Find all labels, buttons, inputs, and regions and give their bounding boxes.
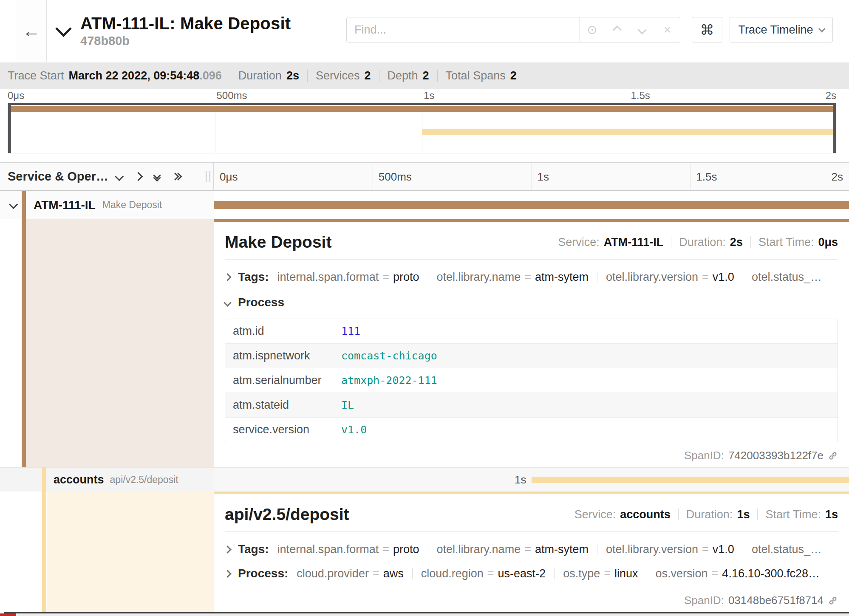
start-time-value: 1s <box>825 508 838 521</box>
divider <box>671 236 671 248</box>
collapse-all-icon[interactable] <box>154 172 160 181</box>
divider <box>750 236 751 248</box>
span-duration-label: 1s <box>515 468 526 492</box>
window-edge-decoration <box>0 613 16 616</box>
process-row: atm.stateidIL <box>225 393 838 417</box>
tick-label: 500ms <box>217 90 247 102</box>
duration-label: Duration: <box>686 508 733 521</box>
minimap-span-bar-accounts <box>422 129 836 135</box>
duration-value: 1s <box>737 508 750 521</box>
span-id-label: SpanID: <box>684 449 724 462</box>
minimap-right-handle[interactable] <box>833 103 836 153</box>
start-time-value: 0μs <box>818 236 838 249</box>
tag-item: internal.span.format=proto <box>277 271 419 284</box>
back-button[interactable]: ← <box>16 0 47 62</box>
tag-item: internal.span.format=proto <box>277 543 419 556</box>
span-detail-meta: Service:ATM-111-IL Duration:2s Start Tim… <box>558 236 838 249</box>
span-row-atm[interactable]: ATM-111-IL Make Deposit <box>0 191 849 219</box>
tags-toggle[interactable]: Tags: internal.span.format=proto otel.li… <box>225 543 838 556</box>
view-selector-button[interactable]: Trace Timeline <box>730 17 833 42</box>
tags-toggle[interactable]: Tags: internal.span.format=proto otel.li… <box>225 270 838 284</box>
divider <box>554 568 555 579</box>
span-bar-accounts[interactable] <box>532 477 849 483</box>
clear-search-button[interactable]: × <box>655 17 680 42</box>
tick-label: 500ms <box>379 170 412 183</box>
tag-item: otel.library.version=v1.0 <box>606 543 734 556</box>
next-match-button[interactable] <box>630 17 655 42</box>
tick-label: 0μs <box>220 170 238 183</box>
sort-chevron-down-icon[interactable] <box>115 172 124 181</box>
collapse-span-icon[interactable] <box>9 200 18 209</box>
service-column-header: Service & Oper… <box>0 163 214 190</box>
span-group-atm: ATM-111-IL Make Deposit Make Deposit Ser… <box>0 191 849 467</box>
divider <box>597 544 597 555</box>
span-name-cell[interactable]: accounts api/v2.5/deposit <box>0 468 214 492</box>
tag-item: otel.status_… <box>752 271 822 284</box>
tags-label: Tags: <box>238 543 269 556</box>
divider <box>379 70 379 82</box>
service-label: Service: <box>574 508 616 521</box>
service-name: accounts <box>54 473 104 486</box>
minimap-left-handle[interactable] <box>8 103 11 153</box>
find-input[interactable] <box>346 17 579 42</box>
span-track <box>214 191 849 219</box>
divider <box>307 70 308 82</box>
service-value: ATM-111-IL <box>604 236 664 249</box>
span-detail-accounts: api/v2.5/deposit Service:accounts Durati… <box>0 492 849 612</box>
collapse-trace-icon[interactable] <box>55 20 71 37</box>
column-resize-handle[interactable] <box>206 171 210 182</box>
chevron-right-icon <box>225 273 232 281</box>
trace-start-fraction: .096 <box>199 69 222 82</box>
match-scope-icon[interactable]: ⊙ <box>580 17 605 42</box>
chevron-down-icon <box>638 25 647 34</box>
timeline-axis: 0μs 500ms 1s 1.5s 2s <box>214 163 849 190</box>
expand-all-icon[interactable] <box>173 174 181 179</box>
timeline-header: Service & Oper… 0μs 500ms 1s 1.5s 2s <box>0 162 849 191</box>
process-label: Process: <box>238 567 288 580</box>
tag-item: otel.library.version=v1.0 <box>606 271 734 284</box>
span-bar-atm[interactable] <box>214 201 849 209</box>
tag-item: otel.library.name=atm-sytem <box>437 271 589 284</box>
span-id-value: 03148be6751f8714 <box>728 594 824 607</box>
view-selector-label: Trace Timeline <box>738 23 813 37</box>
process-table: atm.id111 atm.ispnetworkcomcast-chicago … <box>225 319 838 442</box>
minimap-canvas[interactable] <box>8 103 836 153</box>
chevron-down-icon <box>224 299 231 306</box>
total-spans-label: Total Spans <box>446 69 506 82</box>
find-tools: ⊙ × <box>579 17 680 42</box>
process-toggle[interactable]: Process: cloud.provider=aws cloud.region… <box>225 567 838 580</box>
duration-label: Duration <box>238 69 282 82</box>
span-row-accounts[interactable]: accounts api/v2.5/deposit 1s <box>0 467 849 492</box>
tick-label: 1.5s <box>696 170 717 183</box>
process-row: atm.ispnetworkcomcast-chicago <box>225 343 838 368</box>
span-name-cell[interactable]: ATM-111-IL Make Deposit <box>0 191 214 219</box>
minimap-span-bar-atm <box>8 106 836 112</box>
duration-value: 2s <box>730 236 743 249</box>
span-detail-title: Make Deposit <box>225 233 331 251</box>
service-value: accounts <box>620 508 671 521</box>
process-row: atm.serialnumberatmxph-2022-111 <box>225 368 838 393</box>
tick-label: 0μs <box>8 90 24 102</box>
chevron-right-icon <box>225 570 232 577</box>
span-id-row: SpanID: 03148be6751f8714 <box>684 594 838 607</box>
span-id-row: SpanID: 742003393b122f7e <box>684 449 838 462</box>
link-icon[interactable] <box>828 451 838 461</box>
window-edge-decoration <box>16 613 849 616</box>
divider <box>225 531 838 532</box>
trace-timeline-page: ← ATM-111-IL: Make Deposit 478b80b ⊙ × ⌘… <box>0 0 849 616</box>
collapse-one-icon[interactable] <box>134 172 143 181</box>
total-spans-value: 2 <box>510 69 517 82</box>
prev-match-button[interactable] <box>605 17 630 42</box>
divider <box>647 568 647 579</box>
tag-item: otel.status_… <box>752 543 822 556</box>
process-toggle[interactable]: Process <box>225 296 838 309</box>
link-icon[interactable] <box>828 596 838 606</box>
span-group-accounts: accounts api/v2.5/deposit 1s api/v2.5/de… <box>0 467 849 612</box>
services-value: 2 <box>364 69 371 82</box>
tag-item: otel.library.name=atm-sytem <box>437 543 589 556</box>
divider <box>225 259 838 260</box>
keyboard-shortcuts-button[interactable]: ⌘ <box>692 17 722 42</box>
span-detail-content: Make Deposit Service:ATM-111-IL Duration… <box>214 219 849 467</box>
process-label: Process <box>238 296 284 309</box>
span-id-value: 742003393b122f7e <box>728 449 824 462</box>
